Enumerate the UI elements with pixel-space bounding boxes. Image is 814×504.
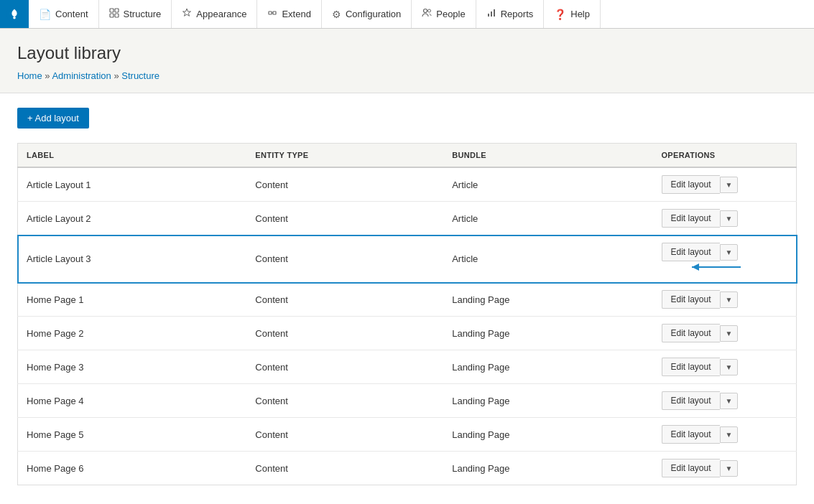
table-row: Article Layout 2ContentArticleEdit layou… [18,202,797,235]
col-entity-type: ENTITY TYPE [246,144,443,168]
row-label: Home Page 5 [18,418,247,452]
content-icon: 📄 [39,9,51,20]
edit-layout-btn-group: Edit layout▼ [662,290,739,309]
nav-reports[interactable]: Reports [476,0,545,28]
edit-layout-btn-group: Edit layout▼ [662,175,739,194]
page-title: Layout library [17,43,797,63]
configuration-icon: ⚙ [332,9,341,20]
people-icon [422,8,432,20]
edit-layout-dropdown-button[interactable]: ▼ [720,325,739,342]
edit-layout-button[interactable]: Edit layout [662,324,720,342]
row-bundle: Landing Page [443,283,652,317]
svg-point-1 [13,17,16,19]
svg-rect-5 [115,14,119,17]
extend-icon [267,8,277,20]
row-operations: Edit layout▼ [653,167,797,202]
breadcrumb-structure[interactable]: Structure [121,70,159,81]
page-header: Layout library Home » Administration » S… [0,29,814,93]
edit-layout-button[interactable]: Edit layout [662,209,720,228]
row-bundle: Landing Page [443,418,652,452]
edit-layout-dropdown-button[interactable]: ▼ [720,177,739,193]
edit-layout-button[interactable]: Edit layout [662,425,720,444]
row-entity-type: Content [246,317,443,350]
row-operations: Edit layout▼ [653,202,797,235]
appearance-icon [182,8,192,20]
top-navigation: 📄 Content Structure Appearance Extend ⚙ … [0,0,814,29]
svg-point-10 [428,9,431,12]
row-bundle: Landing Page [443,452,652,485]
nav-structure[interactable]: Structure [99,0,172,28]
row-entity-type: Content [246,202,443,235]
row-operations: Edit layout▼ [653,350,797,384]
row-label: Home Page 1 [18,283,247,317]
edit-layout-dropdown-button[interactable]: ▼ [720,426,739,443]
row-entity-type: Content [246,283,443,317]
edit-layout-btn-group: Edit layout▼ [662,324,739,342]
breadcrumb-home[interactable]: Home [17,70,42,81]
table-row: Home Page 6ContentLanding PageEdit layou… [18,452,797,485]
row-entity-type: Content [246,384,443,418]
row-bundle: Article [443,235,652,283]
col-bundle: BUNDLE [443,144,652,168]
edit-layout-btn-group: Edit layout▼ [662,391,739,410]
edit-layout-button[interactable]: Edit layout [662,243,720,261]
row-entity-type: Content [246,350,443,384]
row-operations: Edit layout▼ [653,283,797,317]
breadcrumb: Home » Administration » Structure [17,70,797,81]
edit-layout-button[interactable]: Edit layout [662,290,720,309]
row-entity-type: Content [246,235,443,283]
main-content: + Add layout LABEL ENTITY TYPE BUNDLE OP… [0,93,814,500]
svg-rect-6 [269,11,272,14]
table-row: Home Page 4ContentLanding PageEdit layou… [18,384,797,418]
edit-layout-dropdown-button[interactable]: ▼ [720,393,739,409]
table-row: Article Layout 1ContentArticleEdit layou… [18,167,797,202]
edit-layout-dropdown-button[interactable]: ▼ [720,210,739,227]
edit-layout-button[interactable]: Edit layout [662,459,720,477]
row-bundle: Landing Page [443,384,652,418]
edit-layout-dropdown-button[interactable]: ▼ [720,291,739,308]
edit-layout-btn-group: Edit layout▼ [662,209,739,228]
arrow-annotation [683,261,741,273]
row-operations: Edit layout▼ [653,235,797,283]
svg-rect-13 [494,9,495,17]
edit-layout-button[interactable]: Edit layout [662,175,720,194]
row-operations: Edit layout▼ [653,418,797,452]
row-operations: Edit layout▼ [653,384,797,418]
row-label: Article Layout 2 [18,202,247,235]
drupal-logo[interactable] [0,0,29,28]
edit-layout-button[interactable]: Edit layout [662,358,720,376]
help-icon: ❓ [554,9,566,20]
row-operations: Edit layout▼ [653,452,797,485]
nav-extend[interactable]: Extend [257,0,321,28]
nav-content[interactable]: 📄 Content [29,0,99,28]
nav-help[interactable]: ❓ Help [544,0,601,28]
edit-layout-dropdown-button[interactable]: ▼ [720,359,739,375]
table-row: Home Page 1ContentLanding PageEdit layou… [18,283,797,317]
svg-rect-7 [273,11,276,14]
nav-people[interactable]: People [412,0,476,28]
svg-rect-12 [491,11,492,17]
nav-appearance[interactable]: Appearance [172,0,257,28]
edit-layout-btn-group: Edit layout▼ [662,243,739,261]
reports-icon [486,8,496,20]
breadcrumb-admin[interactable]: Administration [52,70,111,81]
edit-layout-btn-group: Edit layout▼ [662,358,739,376]
table-row: Home Page 3ContentLanding PageEdit layou… [18,350,797,384]
nav-configuration[interactable]: ⚙ Configuration [322,0,412,28]
row-label: Home Page 4 [18,384,247,418]
edit-layout-dropdown-button[interactable]: ▼ [720,460,739,477]
row-bundle: Article [443,167,652,202]
row-label: Home Page 3 [18,350,247,384]
row-bundle: Article [443,202,652,235]
svg-point-9 [424,9,427,13]
row-label: Home Page 2 [18,317,247,350]
row-label: Home Page 6 [18,452,247,485]
edit-layout-button[interactable]: Edit layout [662,391,720,410]
row-label: Article Layout 3 [18,235,247,283]
row-bundle: Landing Page [443,350,652,384]
svg-rect-3 [115,9,119,12]
edit-layout-dropdown-button[interactable]: ▼ [720,244,739,261]
svg-rect-2 [110,9,114,12]
row-bundle: Landing Page [443,317,652,350]
add-layout-button[interactable]: + Add layout [17,108,89,129]
